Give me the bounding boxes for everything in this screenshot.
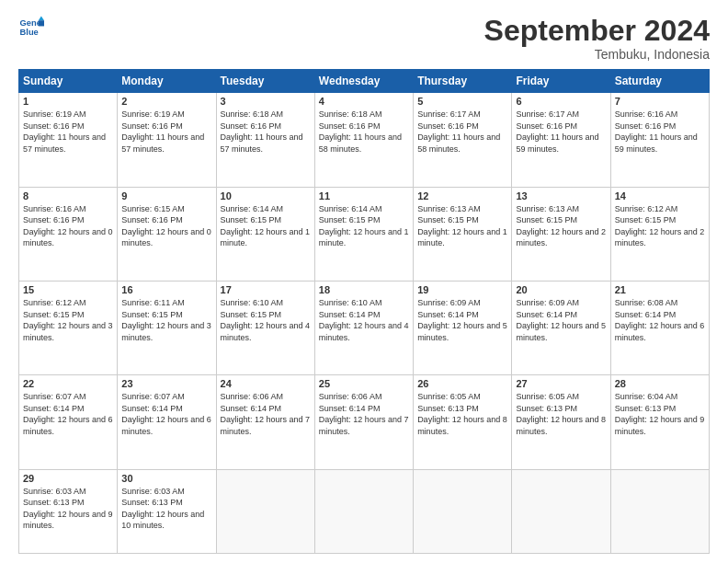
day-info: Sunrise: 6:15 AMSunset: 6:16 PMDaylight:… [121,203,211,249]
day-number: 5 [417,96,507,107]
day-number: 19 [417,284,507,295]
table-row: 3Sunrise: 6:18 AMSunset: 6:16 PMDaylight… [216,93,314,187]
table-row: 10Sunrise: 6:14 AMSunset: 6:15 PMDayligh… [216,187,314,281]
day-info: Sunrise: 6:12 AMSunset: 6:15 PMDaylight:… [23,297,113,343]
day-info: Sunrise: 6:18 AMSunset: 6:16 PMDaylight:… [221,109,311,155]
day-number: 28 [615,378,705,389]
table-row: 14Sunrise: 6:12 AMSunset: 6:15 PMDayligh… [610,187,709,281]
table-row [216,469,314,553]
col-sunday: Sunday [19,70,118,93]
day-number: 25 [319,378,409,389]
table-row: 18Sunrise: 6:10 AMSunset: 6:14 PMDayligh… [314,281,413,374]
day-number: 27 [516,378,606,389]
day-number: 2 [121,96,211,107]
day-info: Sunrise: 6:06 AMSunset: 6:14 PMDaylight:… [221,391,311,437]
svg-marker-3 [39,20,44,26]
day-info: Sunrise: 6:17 AMSunset: 6:16 PMDaylight:… [516,109,606,155]
table-row [610,469,709,553]
col-tuesday: Tuesday [216,70,314,93]
day-number: 12 [417,190,507,201]
table-row: 16Sunrise: 6:11 AMSunset: 6:15 PMDayligh… [118,281,216,374]
day-number: 1 [23,96,113,107]
day-number: 22 [23,378,113,389]
table-row: 7Sunrise: 6:16 AMSunset: 6:16 PMDaylight… [610,93,709,187]
day-number: 13 [516,190,606,201]
day-info: Sunrise: 6:07 AMSunset: 6:14 PMDaylight:… [23,391,113,437]
day-number: 10 [221,190,311,201]
day-info: Sunrise: 6:13 AMSunset: 6:15 PMDaylight:… [417,203,507,249]
day-info: Sunrise: 6:17 AMSunset: 6:16 PMDaylight:… [417,109,507,155]
table-row: 5Sunrise: 6:17 AMSunset: 6:16 PMDaylight… [414,93,512,187]
day-number: 21 [615,284,705,295]
day-info: Sunrise: 6:04 AMSunset: 6:13 PMDaylight:… [615,391,705,437]
day-info: Sunrise: 6:05 AMSunset: 6:13 PMDaylight:… [417,391,507,437]
table-row: 25Sunrise: 6:06 AMSunset: 6:14 PMDayligh… [314,375,413,469]
subtitle: Tembuku, Indonesia [484,47,710,62]
col-saturday: Saturday [610,70,709,93]
table-row: 24Sunrise: 6:06 AMSunset: 6:14 PMDayligh… [216,375,314,469]
month-title: September 2024 [484,15,710,47]
day-number: 6 [516,96,606,107]
day-number: 15 [23,284,113,295]
day-number: 9 [121,190,211,201]
day-info: Sunrise: 6:13 AMSunset: 6:15 PMDaylight:… [516,203,606,249]
table-row: 28Sunrise: 6:04 AMSunset: 6:13 PMDayligh… [610,375,709,469]
col-thursday: Thursday [414,70,512,93]
table-row: 15Sunrise: 6:12 AMSunset: 6:15 PMDayligh… [19,281,118,374]
day-number: 18 [319,284,409,295]
day-info: Sunrise: 6:11 AMSunset: 6:15 PMDaylight:… [121,297,211,343]
day-number: 24 [221,378,311,389]
day-info: Sunrise: 6:16 AMSunset: 6:16 PMDaylight:… [615,109,705,155]
day-number: 4 [319,96,409,107]
day-number: 20 [516,284,606,295]
table-row: 4Sunrise: 6:18 AMSunset: 6:16 PMDaylight… [314,93,413,187]
table-row [512,469,610,553]
logo: General Blue [18,15,44,40]
table-row: 22Sunrise: 6:07 AMSunset: 6:14 PMDayligh… [19,375,118,469]
header: General Blue September 2024 Tembuku, Ind… [18,15,710,62]
table-row: 26Sunrise: 6:05 AMSunset: 6:13 PMDayligh… [414,375,512,469]
table-row: 19Sunrise: 6:09 AMSunset: 6:14 PMDayligh… [414,281,512,374]
day-info: Sunrise: 6:10 AMSunset: 6:15 PMDaylight:… [221,297,311,343]
table-row: 11Sunrise: 6:14 AMSunset: 6:15 PMDayligh… [314,187,413,281]
table-row: 20Sunrise: 6:09 AMSunset: 6:14 PMDayligh… [512,281,610,374]
day-number: 29 [23,473,113,484]
day-info: Sunrise: 6:03 AMSunset: 6:13 PMDaylight:… [121,486,211,532]
day-number: 23 [121,378,211,389]
logo-icon: General Blue [18,15,44,40]
table-row [414,469,512,553]
day-info: Sunrise: 6:10 AMSunset: 6:14 PMDaylight:… [319,297,409,343]
table-row: 1Sunrise: 6:19 AMSunset: 6:16 PMDaylight… [19,93,118,187]
table-row: 29Sunrise: 6:03 AMSunset: 6:13 PMDayligh… [19,469,118,553]
table-row: 13Sunrise: 6:13 AMSunset: 6:15 PMDayligh… [512,187,610,281]
day-number: 14 [615,190,705,201]
table-row: 12Sunrise: 6:13 AMSunset: 6:15 PMDayligh… [414,187,512,281]
calendar-table: Sunday Monday Tuesday Wednesday Thursday… [18,69,710,554]
day-info: Sunrise: 6:16 AMSunset: 6:16 PMDaylight:… [23,203,113,249]
table-row: 30Sunrise: 6:03 AMSunset: 6:13 PMDayligh… [118,469,216,553]
table-row: 9Sunrise: 6:15 AMSunset: 6:16 PMDaylight… [118,187,216,281]
table-row: 27Sunrise: 6:05 AMSunset: 6:13 PMDayligh… [512,375,610,469]
col-wednesday: Wednesday [314,70,413,93]
day-info: Sunrise: 6:14 AMSunset: 6:15 PMDaylight:… [221,203,311,249]
calendar-header-row: Sunday Monday Tuesday Wednesday Thursday… [19,70,710,93]
day-info: Sunrise: 6:07 AMSunset: 6:14 PMDaylight:… [121,391,211,437]
table-row [314,469,413,553]
table-row: 8Sunrise: 6:16 AMSunset: 6:16 PMDaylight… [19,187,118,281]
day-info: Sunrise: 6:03 AMSunset: 6:13 PMDaylight:… [23,486,113,532]
title-section: September 2024 Tembuku, Indonesia [484,15,710,62]
day-info: Sunrise: 6:19 AMSunset: 6:16 PMDaylight:… [121,109,211,155]
day-info: Sunrise: 6:12 AMSunset: 6:15 PMDaylight:… [615,203,705,249]
day-number: 26 [417,378,507,389]
day-number: 8 [23,190,113,201]
svg-text:Blue: Blue [20,28,39,37]
day-info: Sunrise: 6:09 AMSunset: 6:14 PMDaylight:… [417,297,507,343]
page: General Blue September 2024 Tembuku, Ind… [0,0,728,563]
table-row: 6Sunrise: 6:17 AMSunset: 6:16 PMDaylight… [512,93,610,187]
day-number: 3 [221,96,311,107]
day-number: 30 [121,473,211,484]
col-monday: Monday [118,70,216,93]
col-friday: Friday [512,70,610,93]
day-info: Sunrise: 6:06 AMSunset: 6:14 PMDaylight:… [319,391,409,437]
day-number: 11 [319,190,409,201]
